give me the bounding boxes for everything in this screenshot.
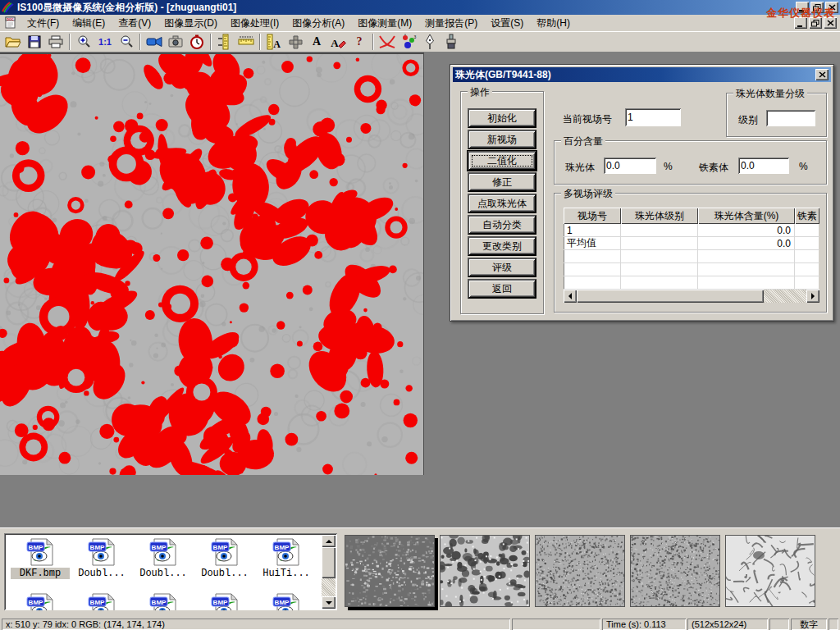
file-item[interactable]: DKF.bmp — [11, 537, 70, 579]
file-item[interactable]: Doubl... — [134, 537, 193, 579]
scroll-right-button[interactable] — [806, 290, 819, 303]
init-button[interactable]: 初始化 — [468, 108, 536, 128]
svg-text:3: 3 — [414, 34, 417, 39]
scroll-left-button[interactable] — [564, 290, 577, 303]
thumbnail-4[interactable] — [630, 535, 720, 607]
table-row — [564, 276, 819, 290]
pearlite-percent-input[interactable] — [604, 158, 656, 174]
table-row[interactable]: 平均值 0.0 — [564, 237, 819, 250]
specimen-image[interactable] — [0, 54, 423, 475]
save-icon[interactable] — [24, 33, 45, 51]
menu-settings[interactable]: 设置(S) — [484, 15, 530, 32]
processing-time-readout: Time (s): 0.113 — [602, 619, 686, 630]
file-item[interactable] — [195, 592, 254, 610]
zoom-in-icon[interactable] — [73, 33, 94, 51]
header-pearlite-grade: 珠光体级别 — [621, 208, 698, 224]
measure-text-icon[interactable]: A — [263, 33, 285, 51]
child-minimize-button[interactable] — [794, 17, 807, 29]
menu-image-processing[interactable]: 图像处理(I) — [224, 15, 285, 32]
thumbnail-2[interactable] — [440, 535, 530, 607]
table-cell — [795, 224, 819, 236]
toolbar-separator — [210, 34, 212, 50]
table-cell — [621, 237, 698, 249]
print-icon[interactable] — [45, 33, 66, 51]
binarize-button[interactable]: 二值化 — [468, 151, 536, 171]
dialog-titlebar[interactable]: 珠光体(GB/T9441-88) — [453, 67, 831, 82]
grade-label: 级别 — [738, 113, 758, 127]
timer-icon[interactable] — [186, 33, 208, 51]
fill-icon[interactable] — [441, 33, 462, 51]
return-button[interactable]: 返回 — [468, 279, 536, 299]
file-item[interactable]: HuiTi... — [257, 537, 316, 579]
child-close-button[interactable] — [824, 17, 837, 29]
toolbar-separator — [259, 34, 261, 50]
ferrite-percent-input[interactable] — [738, 158, 789, 174]
dialog-close-button[interactable] — [815, 69, 829, 80]
grade-group-label: 珠光体数量分级 — [733, 87, 807, 101]
app-icon — [2, 2, 14, 13]
close-button[interactable] — [825, 2, 838, 13]
text-icon[interactable]: A — [306, 33, 327, 51]
rate-button[interactable]: 评级 — [468, 258, 536, 277]
annotate-icon[interactable]: A — [327, 33, 349, 51]
pick-pearlite-button[interactable]: 点取珠光体 — [468, 194, 536, 213]
svg-text:DOC: DOC — [7, 18, 14, 21]
merge-icon[interactable] — [285, 33, 306, 51]
multi-field-group: 多视场评级 视场号 珠光体级别 珠光体含量(%) 铁素 1 0.0 — [554, 193, 827, 313]
file-item[interactable]: Doubl... — [72, 537, 131, 579]
thumbnail-5[interactable] — [725, 535, 815, 607]
correct-button[interactable]: 修正 — [468, 172, 536, 192]
menu-file[interactable]: 文件(F) — [21, 15, 66, 32]
scroll-up-button[interactable] — [322, 535, 336, 547]
table-cell: 平均值 — [564, 237, 621, 249]
table-cell: 1 — [564, 224, 621, 236]
ruler-icon[interactable] — [235, 33, 257, 51]
file-item[interactable] — [257, 592, 316, 610]
file-item[interactable] — [11, 592, 70, 610]
scroll-down-button[interactable] — [322, 596, 336, 609]
change-class-button[interactable]: 更改类别 — [468, 236, 536, 256]
camera-icon[interactable] — [165, 33, 186, 51]
child-restore-button[interactable] — [809, 17, 822, 29]
scrollbar-thumb[interactable] — [577, 290, 764, 303]
zoom-out-icon[interactable] — [116, 33, 137, 51]
auto-classify-button[interactable]: 自动分类 — [468, 215, 536, 235]
menu-edit[interactable]: 编辑(E) — [66, 15, 112, 32]
menu-measure-report[interactable]: 测量报告(P) — [418, 15, 484, 32]
menu-image-display[interactable]: 图像显示(D) — [158, 15, 224, 32]
menu-image-analysis[interactable]: 图像分析(A) — [285, 15, 351, 32]
menu-view[interactable]: 查看(V) — [112, 15, 158, 32]
scrollbar-thumb[interactable] — [322, 547, 336, 578]
file-item[interactable] — [72, 592, 131, 610]
current-field-input[interactable] — [625, 108, 681, 126]
grade-input[interactable] — [766, 110, 815, 126]
help-icon[interactable]: ? — [349, 33, 370, 51]
file-item[interactable]: Doubl... — [195, 537, 254, 579]
video-capture-icon[interactable] — [144, 33, 165, 51]
menu-help[interactable]: 帮助(H) — [530, 15, 577, 32]
thumbnail-1[interactable] — [345, 535, 435, 607]
caliper-icon[interactable] — [214, 33, 235, 51]
svg-text:A: A — [331, 37, 339, 49]
file-item[interactable] — [134, 592, 193, 610]
dialog-title: 珠光体(GB/T9441-88) — [455, 68, 815, 82]
actual-size-icon[interactable]: 1:1 — [94, 33, 116, 51]
menu-image-measure[interactable]: 图像测量(M) — [351, 15, 418, 32]
minimize-button[interactable] — [796, 2, 809, 13]
pearlite-label: 珠光体 — [565, 161, 595, 175]
thumbnail-3[interactable] — [535, 535, 625, 607]
curve-tool-icon[interactable] — [377, 33, 398, 51]
count-marks-icon[interactable]: 3 — [398, 33, 419, 51]
restore-button[interactable] — [810, 2, 824, 13]
new-field-button[interactable]: 新视场 — [468, 130, 536, 149]
table-row[interactable]: 1 0.0 — [564, 224, 819, 237]
table-header-row: 视场号 珠光体级别 珠光体含量(%) 铁素 — [564, 208, 819, 224]
table-cell — [795, 237, 819, 249]
table-cell: 0.0 — [698, 224, 795, 236]
open-icon[interactable] — [2, 33, 24, 51]
table-hscrollbar[interactable] — [564, 290, 819, 303]
pen-icon[interactable] — [419, 33, 441, 51]
rating-table[interactable]: 视场号 珠光体级别 珠光体含量(%) 铁素 1 0.0 平均值 — [564, 208, 819, 290]
file-vscrollbar[interactable] — [322, 535, 336, 609]
file-listbox[interactable]: DKF.bmp Doubl... Doubl... Doubl... HuiTi… — [4, 533, 337, 610]
